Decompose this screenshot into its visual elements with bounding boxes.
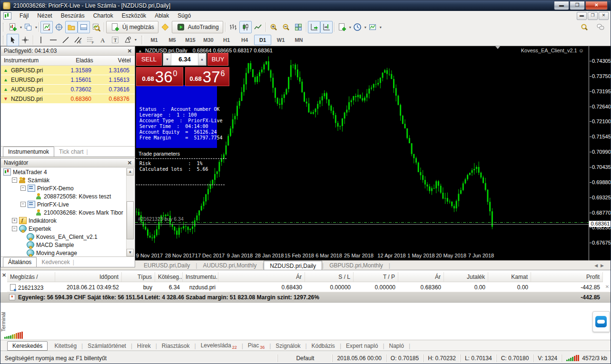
tile-windows-button[interactable] xyxy=(292,21,305,33)
arrows-tool-button[interactable] xyxy=(121,34,134,46)
column-header[interactable]: Megbízás / xyxy=(7,272,55,282)
navigator-close-icon[interactable]: ✕ xyxy=(128,160,132,166)
terminal-tab-riaszt-sok[interactable]: Riasztások xyxy=(157,342,195,350)
timeframe-h4[interactable]: H4 xyxy=(236,35,253,45)
volume-increase-icon[interactable]: ▲ xyxy=(198,53,206,65)
close-button[interactable]: ✕ xyxy=(585,1,608,10)
timeframe-m5[interactable]: M5 xyxy=(164,35,181,45)
menu-item-fájl[interactable]: Fájl xyxy=(15,11,33,20)
indicators-button[interactable] xyxy=(336,21,348,33)
timeframe-h1[interactable]: H1 xyxy=(218,35,235,45)
profiles-button[interactable] xyxy=(22,21,34,33)
expand-icon[interactable]: + xyxy=(12,218,17,223)
scroll-down-icon[interactable]: ▼ xyxy=(127,249,134,256)
column-ask[interactable]: Vétel xyxy=(97,57,135,64)
terminal-tab-expert-napl-[interactable]: Expert napló xyxy=(341,342,383,350)
terminal-tab-keresked-s[interactable]: Kereskedés xyxy=(7,341,48,351)
market-watch-row[interactable]: ▼NZDUSD.pri0.683600.68376 xyxy=(1,94,135,103)
zoom-out-button[interactable] xyxy=(280,21,292,33)
timeframe-w1[interactable]: W1 xyxy=(272,35,289,45)
tree-item[interactable]: −Számlák xyxy=(1,176,127,184)
column-instrument[interactable]: Instrumentum xyxy=(1,57,59,64)
collapse-icon[interactable]: − xyxy=(12,177,17,183)
teamviewer-badge[interactable] xyxy=(592,311,610,332)
timeframe-m30[interactable]: M30 xyxy=(200,35,217,45)
tree-item[interactable]: MetaTrader 4 xyxy=(1,168,127,176)
terminal-tab-sz-mlat-rt-net[interactable]: Számlatörténet xyxy=(83,342,131,350)
tab-kedvencek[interactable]: Kedvencek| xyxy=(37,257,79,267)
horizontal-line-tool-button[interactable] xyxy=(47,34,59,46)
column-header[interactable]: Ár xyxy=(398,272,444,282)
zoom-in-button[interactable] xyxy=(267,21,280,33)
chart-shift-toggle[interactable] xyxy=(320,21,333,33)
status-profile[interactable]: Default xyxy=(277,354,332,362)
strategy-tester-toggle[interactable] xyxy=(90,21,102,33)
auto-scroll-toggle[interactable] xyxy=(308,21,320,33)
data-window-toggle[interactable] xyxy=(53,21,65,33)
tab-scroll-arrows[interactable]: ◀▶ xyxy=(594,263,607,268)
column-header[interactable]: Kamat xyxy=(488,272,531,282)
menu-item-súgó[interactable]: Súgó xyxy=(173,11,195,20)
market-watch-row[interactable]: ▲GBPUSD.pri1.315891.31605 xyxy=(1,66,135,75)
terminal-close-icon[interactable]: ✕ xyxy=(2,272,6,278)
tree-item[interactable]: Kovess_EA_Client_v2.1 xyxy=(1,233,127,241)
collapse-icon[interactable]: − xyxy=(12,226,17,231)
timeframe-mn[interactable]: MN xyxy=(290,35,307,45)
bar-chart-button[interactable] xyxy=(227,21,239,33)
equidistant-channel-tool-button[interactable]: E xyxy=(72,34,84,46)
chart-plot-area[interactable]: ▲ NZDUSD.pri,Daily 0.68664 0.68665 0.683… xyxy=(135,46,589,260)
mdi-restore-button[interactable]: ❐ xyxy=(588,12,598,20)
cursor-tool-button[interactable] xyxy=(7,34,19,46)
metaeditor-button[interactable] xyxy=(159,21,171,33)
crosshair-tool-button[interactable] xyxy=(19,34,31,46)
column-header[interactable]: Jutalék xyxy=(444,272,488,282)
templates-button[interactable] xyxy=(366,21,379,33)
periods-button[interactable] xyxy=(351,21,364,33)
column-header[interactable]: Kötéseg... xyxy=(155,272,183,282)
buy-price-display[interactable]: 0.68 37 6 xyxy=(185,67,229,86)
autotrading-button[interactable]: AutoTrading xyxy=(172,21,223,33)
tree-item[interactable]: 2100036268: Koves Mark Tibor xyxy=(1,208,127,216)
chat-icon[interactable] xyxy=(594,21,607,33)
terminal-tab-levelesl-da[interactable]: Levelesláda22 xyxy=(196,341,242,351)
tree-item[interactable]: −PriorFX-Live xyxy=(1,200,127,208)
timeframe-d1[interactable]: D1 xyxy=(254,35,271,45)
buy-button[interactable]: BUY xyxy=(207,53,228,66)
menu-item-eszközök[interactable]: Eszközök xyxy=(118,11,150,20)
terminal-tab-piac[interactable]: Piac36 xyxy=(243,341,269,351)
column-header[interactable]: Ár xyxy=(218,272,305,282)
new-order-button[interactable]: Új megbízás xyxy=(106,21,158,33)
tree-item[interactable]: Moving Average xyxy=(1,249,127,256)
timeframe-m1[interactable]: M1 xyxy=(146,35,163,45)
price-axis[interactable]: 0.743050.737500.731950.726400.721000.715… xyxy=(589,46,611,260)
volume-input[interactable] xyxy=(171,53,198,65)
mdi-close-button[interactable]: ✕ xyxy=(599,12,609,20)
menu-item-chartok[interactable]: Chartok xyxy=(89,11,118,20)
tree-item[interactable]: 2088725058: Kövess teszt xyxy=(1,192,127,200)
column-header[interactable]: T / P xyxy=(354,272,398,282)
menu-item-nézet[interactable]: Nézet xyxy=(33,11,56,20)
order-row[interactable]: 216213232018.06.21 03:49:52buy6.34nzdusd… xyxy=(7,282,611,292)
tab-altalanos[interactable]: Általános xyxy=(3,257,37,267)
chart-tab-audusd-pri-monthly[interactable]: AUDUSD.pri,Monthly xyxy=(197,262,262,269)
search-icon[interactable] xyxy=(578,21,591,33)
tab-tick-chart[interactable]: Tick chart| xyxy=(54,147,93,157)
new-chart-button[interactable] xyxy=(7,21,19,33)
terminal-toggle[interactable] xyxy=(78,21,90,33)
sell-button[interactable]: SELL xyxy=(136,53,162,66)
market-watch-row[interactable]: ▲AUDUSD.pri0.736020.73616 xyxy=(1,85,135,94)
vertical-line-tool-button[interactable] xyxy=(35,34,47,46)
text-tool-button[interactable]: A xyxy=(97,34,109,46)
menu-item-beszúrás[interactable]: Beszúrás xyxy=(57,11,89,20)
chart-tab-eurusd-pri-daily[interactable]: EURUSD.pri,Daily xyxy=(138,262,196,269)
market-watch-close-icon[interactable]: ✕ xyxy=(128,48,132,54)
terminal-tab-kitetts-g[interactable]: Kitettség xyxy=(49,342,81,350)
terminal-tab-h-rek[interactable]: Hírek xyxy=(132,342,156,350)
sell-price-display[interactable]: 0.68 36 0 xyxy=(136,67,183,86)
volume-decrease-icon[interactable]: ▼ xyxy=(163,53,171,65)
column-header[interactable]: Instrumentu... xyxy=(183,272,218,282)
minimize-button[interactable]: ▬ xyxy=(554,1,569,10)
timeframe-m15[interactable]: M15 xyxy=(182,35,199,45)
restore-button[interactable]: ❐ xyxy=(570,1,585,10)
column-bid[interactable]: Eladás xyxy=(59,57,97,64)
